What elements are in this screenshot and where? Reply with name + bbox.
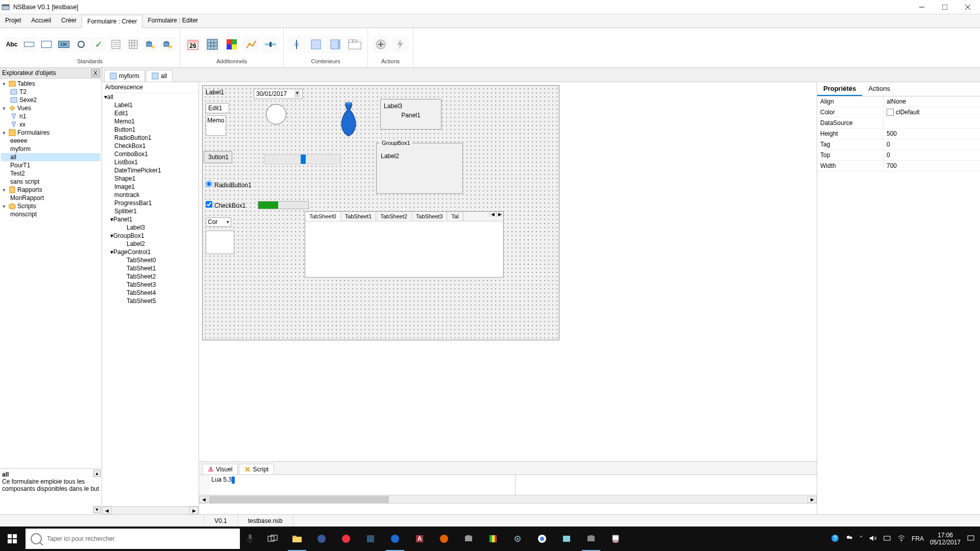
prop-row-color[interactable]: ColorclDefault bbox=[817, 107, 980, 118]
tool-edit[interactable] bbox=[21, 37, 37, 52]
tool-colorgrid[interactable] bbox=[223, 36, 240, 53]
minimize-button[interactable] bbox=[910, 0, 933, 14]
tb-app2[interactable] bbox=[358, 527, 383, 551]
pagetab-4[interactable]: Tal bbox=[447, 212, 463, 221]
pagetab-right[interactable]: ▶ bbox=[496, 212, 503, 217]
tool-splitter[interactable] bbox=[288, 36, 305, 53]
doctab-all[interactable]: all bbox=[146, 70, 173, 82]
ctree-item[interactable]: TabSheet3 bbox=[108, 281, 199, 289]
tree-item-monrapport[interactable]: MonRapport bbox=[1, 194, 101, 202]
widget-trackbar[interactable] bbox=[264, 154, 340, 164]
widget-datepicker[interactable]: 30/01/2017▾ bbox=[254, 89, 303, 99]
ctree-item[interactable]: ComboBox1 bbox=[102, 150, 199, 158]
taskbar-search[interactable]: Taper ici pour rechercher bbox=[26, 529, 240, 549]
tree-item-sansscript[interactable]: sans script bbox=[1, 178, 101, 186]
tree-item-test2[interactable]: Test2 bbox=[1, 169, 101, 178]
scroll-right-icon[interactable]: ▶ bbox=[807, 496, 817, 503]
tool-radio[interactable] bbox=[74, 37, 89, 52]
widget-listbox[interactable] bbox=[206, 231, 234, 254]
script-hscroll[interactable]: ◀ ▶ bbox=[199, 495, 817, 503]
prop-row-width[interactable]: Width700 bbox=[817, 161, 980, 171]
ctree-item[interactable]: Edit1 bbox=[102, 109, 199, 117]
tb-app5[interactable] bbox=[554, 527, 579, 551]
chevron-down-icon[interactable]: ▾ bbox=[295, 90, 300, 97]
tb-firefox[interactable] bbox=[432, 527, 456, 551]
ctree-item[interactable]: TabSheet1 bbox=[108, 264, 199, 272]
tool-tabcontrol[interactable] bbox=[346, 36, 363, 53]
property-grid[interactable]: AlignalNone ColorclDefault DataSource He… bbox=[817, 96, 980, 514]
ctree-pagecontrol1[interactable]: PageControl1 bbox=[108, 248, 199, 256]
radio-input[interactable] bbox=[206, 181, 212, 187]
start-button[interactable] bbox=[0, 527, 24, 551]
tray-notifications-icon[interactable] bbox=[967, 534, 975, 544]
form-designer[interactable]: Label1 30/01/2017▾ Edit1 Memo Label3 Pan… bbox=[199, 82, 817, 461]
ctree-item[interactable]: ListBox1 bbox=[102, 158, 199, 166]
tool-biggrid[interactable] bbox=[204, 36, 221, 53]
widget-radio1[interactable]: RadioButton1 bbox=[206, 181, 252, 189]
tree-item-eeeee[interactable]: eeeee bbox=[1, 137, 101, 145]
tb-paint[interactable] bbox=[603, 527, 628, 551]
ctree-item[interactable]: Splitter1 bbox=[102, 207, 199, 215]
tb-chrome2[interactable] bbox=[530, 527, 554, 551]
command-input[interactable] bbox=[199, 503, 817, 514]
tree-tables[interactable]: Tables bbox=[1, 80, 101, 88]
ctree-item[interactable]: Label3 bbox=[108, 223, 199, 232]
doctab-myform[interactable]: myform bbox=[104, 70, 145, 82]
designtab-visuel[interactable]: Visuel bbox=[202, 464, 238, 474]
ctree-item[interactable]: Label2 bbox=[108, 240, 199, 248]
tool-check[interactable]: ✓ bbox=[91, 37, 106, 52]
pagetab-1[interactable]: TabSheet1 bbox=[341, 212, 377, 221]
widget-panel1[interactable]: Label3 Panel1 bbox=[380, 99, 442, 130]
tray-network-icon[interactable] bbox=[883, 534, 891, 544]
ctree-item[interactable]: DateTimePicker1 bbox=[102, 166, 199, 174]
form-canvas[interactable]: Label1 30/01/2017▾ Edit1 Memo Label3 Pan… bbox=[202, 85, 559, 340]
tool-track[interactable] bbox=[262, 36, 279, 53]
tray-people-icon[interactable] bbox=[845, 534, 853, 544]
ctree-item[interactable]: montrack bbox=[102, 191, 199, 199]
tool-button[interactable]: OK bbox=[56, 37, 71, 52]
ctree-item[interactable]: Image1 bbox=[102, 183, 199, 191]
tree-item-pourt1[interactable]: PourT1 bbox=[1, 161, 101, 169]
mic-button[interactable] bbox=[240, 534, 260, 544]
ctree-item[interactable]: Label1 bbox=[102, 101, 199, 109]
tray-volume-muted-icon[interactable] bbox=[869, 534, 877, 544]
tray-clock[interactable]: 17:06 05/12/2017 bbox=[930, 532, 961, 546]
chevron-down-icon[interactable]: ▾ bbox=[227, 219, 229, 224]
widget-label2[interactable]: Label2 bbox=[377, 151, 462, 162]
tree-rapports[interactable]: Rapports bbox=[1, 186, 101, 194]
prop-row-top[interactable]: Top0 bbox=[817, 150, 980, 161]
check-input[interactable] bbox=[206, 201, 212, 208]
ctree-root[interactable]: all bbox=[102, 93, 199, 101]
pagetab-3[interactable]: TabSheet3 bbox=[412, 212, 448, 221]
ctree-item[interactable]: Memo1 bbox=[102, 117, 199, 126]
tool-panel[interactable] bbox=[307, 36, 325, 53]
prop-row-tag[interactable]: Tag0 bbox=[817, 139, 980, 150]
scroll-left-icon[interactable]: ◀ bbox=[102, 507, 111, 514]
tb-db[interactable] bbox=[456, 527, 481, 551]
desc-scroll-down[interactable]: ▼ bbox=[93, 506, 101, 513]
tool-dblink2[interactable] bbox=[160, 37, 176, 52]
tool-flash[interactable] bbox=[391, 36, 409, 53]
taskview-button[interactable] bbox=[260, 527, 285, 551]
pagetab-0[interactable]: TabSheet0 bbox=[305, 212, 341, 221]
explorer-tree[interactable]: Tables T2 Sexe2 Vues n1 xx Formulaires e… bbox=[0, 79, 102, 468]
ctree-item[interactable]: Button1 bbox=[102, 126, 199, 134]
widget-label3[interactable]: Label3 bbox=[384, 103, 438, 110]
tb-settings[interactable] bbox=[505, 527, 530, 551]
tool-scrollbox[interactable] bbox=[327, 36, 344, 53]
tool-add[interactable] bbox=[372, 36, 389, 53]
tool-label[interactable]: Abc bbox=[4, 37, 19, 52]
ctree-groupbox1[interactable]: GroupBox1 bbox=[108, 232, 199, 240]
scroll-left-icon[interactable]: ◀ bbox=[199, 496, 208, 503]
widget-button1[interactable]: 3utton1 bbox=[204, 151, 232, 163]
color-swatch[interactable] bbox=[887, 109, 894, 116]
ctree-item[interactable]: Shape1 bbox=[102, 174, 199, 183]
tree-item-myform[interactable]: myform bbox=[1, 145, 101, 153]
tray-lang[interactable]: FRA bbox=[912, 535, 924, 542]
tree-item-monscript[interactable]: monscript bbox=[1, 210, 101, 218]
script-editor[interactable]: Lua 5.3 bbox=[199, 474, 817, 495]
tool-memo[interactable] bbox=[39, 37, 54, 52]
ctree-hscroll[interactable]: ◀▶ bbox=[102, 506, 199, 514]
ctree-item[interactable]: CheckBox1 bbox=[102, 142, 199, 150]
tb-access[interactable]: A bbox=[407, 527, 432, 551]
